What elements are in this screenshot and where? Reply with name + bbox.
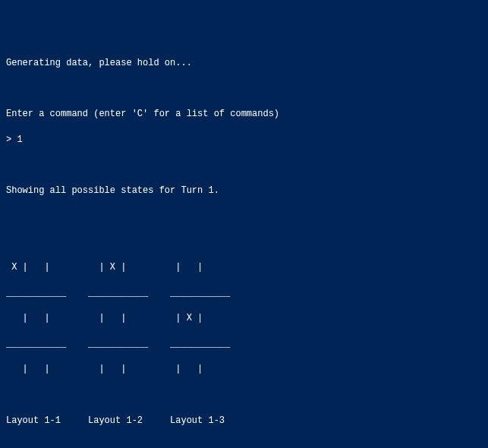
layout-labels: Layout 1-1 Layout 1-2 Layout 1-3 (6, 415, 482, 427)
status-generating: Generating data, please hold on... (6, 57, 482, 70)
blank (6, 389, 482, 402)
board-row: | | | | | | (6, 363, 482, 376)
blank (6, 83, 482, 96)
board-divider: ___________ ___________ ___________ (6, 338, 482, 351)
command-prompt: Enter a command (enter 'C' for a list of… (6, 108, 482, 121)
blank (6, 235, 482, 248)
board-row: X | | | X | | | (6, 261, 482, 274)
command-input[interactable]: > 1 (6, 134, 482, 147)
blank (6, 210, 482, 223)
board-divider: ___________ ___________ ___________ (6, 287, 482, 300)
board-row: | | | | | X | (6, 312, 482, 325)
blank (6, 440, 482, 448)
status-showing: Showing all possible states for Turn 1. (6, 185, 482, 197)
blank (6, 159, 482, 172)
